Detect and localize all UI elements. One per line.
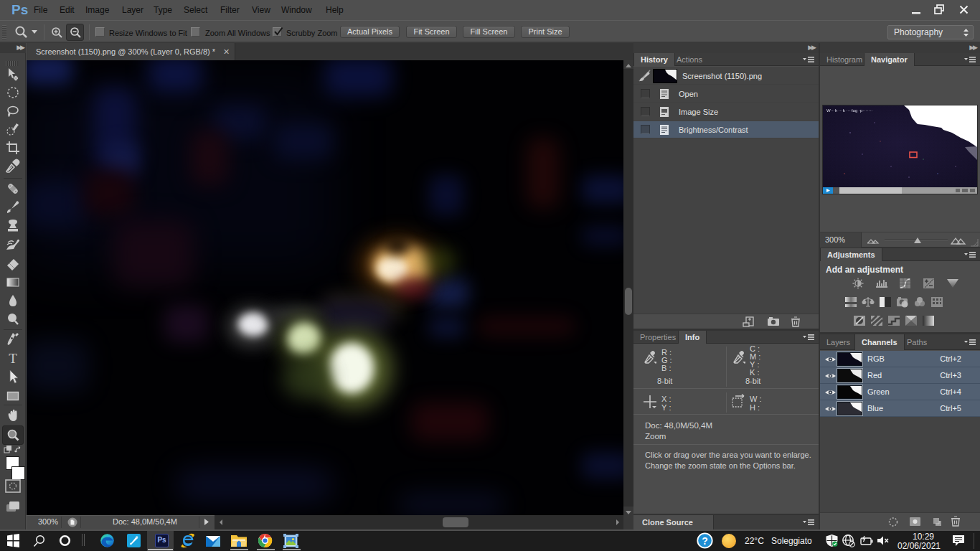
svg-text:?: ? [702,535,708,547]
svg-text:W···h ···k ····log ·p·······: W···h ···k ····log ·p······· [826,108,872,113]
svg-text:T: T [9,351,17,366]
